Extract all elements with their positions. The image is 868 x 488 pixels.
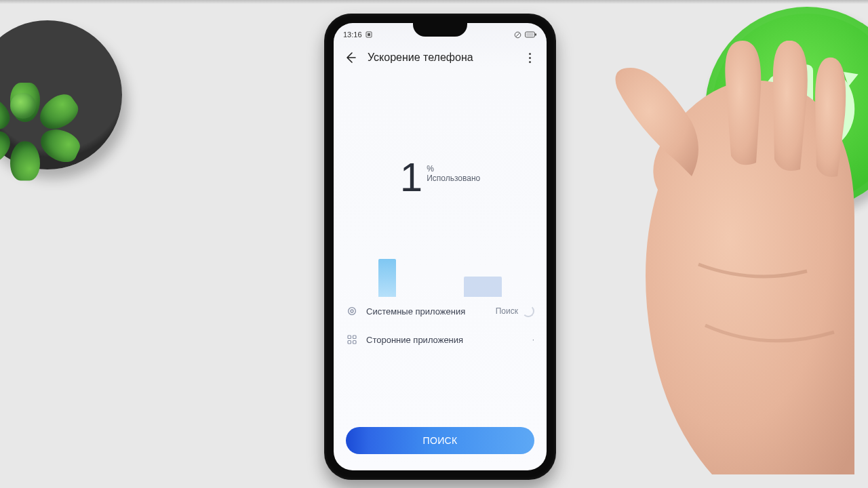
plant-decoration [0, 20, 122, 169]
svg-rect-15 [353, 341, 357, 344]
desk-shadow [0, 0, 868, 4]
svg-rect-14 [348, 341, 351, 344]
power-logo-coaster [705, 7, 868, 210]
phone-notch [413, 23, 467, 37]
battery-icon [525, 31, 537, 38]
usage-summary: 1 % Использовано [334, 157, 547, 198]
gear-icon [346, 305, 358, 317]
svg-point-11 [351, 310, 353, 312]
row-third-party-label: Сторонние приложения [366, 335, 524, 345]
svg-point-10 [349, 308, 356, 315]
power-icon [746, 47, 868, 169]
usage-label: Использовано [427, 174, 480, 183]
svg-rect-8 [535, 33, 536, 36]
back-button[interactable] [343, 50, 358, 65]
search-button[interactable]: ПОИСК [346, 427, 534, 454]
row-system-apps-label: Системные приложения [366, 306, 488, 317]
phone-screen: 13:16 [334, 23, 547, 470]
sim-icon [366, 31, 372, 38]
bar-third-party-apps [464, 277, 502, 297]
bar-system-apps [378, 259, 396, 297]
row-third-party-apps[interactable]: Сторонние приложения · [334, 325, 547, 354]
row-system-apps[interactable]: Системные приложения Поиск [334, 297, 547, 325]
row-system-apps-trailing: Поиск [496, 306, 518, 316]
overflow-menu-button[interactable] [522, 53, 537, 63]
usage-bars [334, 252, 547, 297]
loading-spinner-icon [522, 305, 534, 317]
svg-line-6 [516, 33, 520, 37]
page-title: Ускорение телефона [368, 52, 513, 64]
usage-value: 1 [400, 157, 422, 198]
row-third-party-trailing: · [532, 335, 534, 344]
arrow-left-icon [344, 51, 357, 64]
more-vertical-icon [522, 53, 537, 63]
apps-grid-icon [346, 333, 358, 346]
do-not-disturb-icon [514, 31, 521, 39]
bottom-area: ПОИСК [334, 427, 547, 470]
svg-rect-4 [368, 33, 370, 36]
svg-rect-13 [353, 336, 357, 339]
svg-rect-9 [526, 33, 534, 37]
status-time: 13:16 [343, 30, 362, 39]
usage-percent-sign: % [427, 164, 480, 174]
svg-rect-12 [348, 336, 351, 339]
phone-device: 13:16 [324, 14, 556, 480]
svg-rect-1 [801, 64, 813, 106]
app-header: Ускорение телефона [334, 43, 547, 69]
